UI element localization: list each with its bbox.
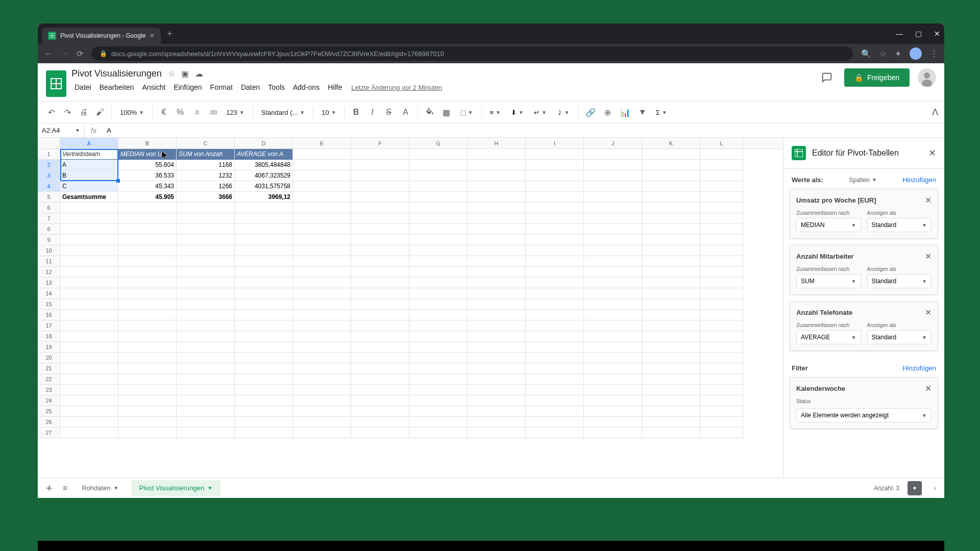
cell[interactable]	[409, 181, 468, 192]
cell[interactable]	[700, 224, 743, 235]
cell[interactable]	[351, 170, 409, 181]
back-icon[interactable]: ←	[44, 49, 52, 59]
cell[interactable]	[700, 213, 743, 224]
cell[interactable]	[235, 288, 293, 299]
cell[interactable]	[700, 192, 743, 203]
cell[interactable]	[118, 385, 177, 395]
cell[interactable]	[293, 267, 351, 278]
cell[interactable]	[526, 170, 584, 181]
fill-color-icon[interactable]	[422, 105, 437, 119]
cell[interactable]	[60, 310, 118, 320]
sheets-logo[interactable]	[46, 70, 66, 97]
col-header-j[interactable]: J	[584, 138, 642, 148]
cell[interactable]	[642, 181, 700, 192]
summarize-select[interactable]: AVERAGE▼	[796, 330, 861, 344]
cell[interactable]	[60, 267, 118, 278]
cell[interactable]	[293, 299, 351, 310]
cell[interactable]	[118, 224, 177, 235]
cell[interactable]	[584, 170, 642, 181]
cell[interactable]	[409, 160, 468, 170]
cell[interactable]	[584, 181, 642, 192]
bold-icon[interactable]: B	[349, 105, 363, 119]
cell[interactable]	[526, 385, 584, 395]
cell[interactable]	[118, 310, 177, 320]
row-header[interactable]: 23	[38, 385, 60, 395]
share-button[interactable]: 🔒 Freigeben	[844, 68, 910, 87]
cell[interactable]	[526, 213, 584, 224]
cell[interactable]	[293, 353, 351, 363]
cell[interactable]	[584, 192, 642, 203]
increase-decimal-icon[interactable]: .00	[206, 105, 220, 119]
cell[interactable]	[526, 235, 584, 245]
cell[interactable]	[60, 213, 118, 224]
cell[interactable]	[409, 288, 468, 299]
cell[interactable]	[642, 428, 700, 438]
row-header[interactable]: 25	[38, 406, 60, 417]
cell[interactable]	[700, 278, 743, 288]
cell[interactable]	[351, 395, 409, 406]
cell[interactable]	[700, 256, 743, 267]
cell[interactable]	[235, 320, 293, 331]
cell[interactable]	[584, 213, 642, 224]
add-filter-link[interactable]: Hinzufügen	[902, 364, 936, 372]
cell[interactable]	[351, 288, 409, 299]
doc-title[interactable]: Pivot Visualisierungen	[71, 68, 162, 79]
decrease-decimal-icon[interactable]: .0	[189, 105, 204, 119]
new-tab-button[interactable]: +	[167, 29, 173, 39]
cell[interactable]	[60, 278, 118, 288]
cell[interactable]: 45.343	[118, 181, 177, 192]
cell[interactable]	[118, 363, 177, 374]
summarize-select[interactable]: MEDIAN▼	[796, 218, 861, 232]
row-header[interactable]: 6	[38, 203, 60, 213]
cell[interactable]	[468, 417, 526, 428]
row-header[interactable]: 13	[38, 278, 60, 288]
filter-status-select[interactable]: Alle Elemente werden angezeigt ▼	[796, 408, 932, 422]
cell[interactable]	[293, 192, 351, 203]
cell[interactable]	[235, 203, 293, 213]
cell[interactable]	[584, 428, 642, 438]
cell[interactable]	[177, 310, 235, 320]
cell[interactable]	[526, 331, 584, 342]
link-icon[interactable]: 🔗	[582, 105, 599, 119]
summarize-select[interactable]: SUM▼	[796, 274, 861, 288]
cell[interactable]	[177, 374, 235, 385]
cell[interactable]	[235, 342, 293, 353]
cell[interactable]	[177, 428, 235, 438]
cell[interactable]	[584, 288, 642, 299]
cell[interactable]	[177, 406, 235, 417]
cell[interactable]	[700, 320, 743, 331]
cell[interactable]	[700, 203, 743, 213]
cell[interactable]	[177, 256, 235, 267]
col-header-h[interactable]: H	[468, 138, 526, 148]
cell[interactable]	[409, 395, 468, 406]
row-header[interactable]: 1	[38, 149, 60, 160]
col-header-k[interactable]: K	[642, 138, 700, 148]
comment-icon[interactable]: ⊕	[601, 105, 615, 119]
cell[interactable]	[642, 310, 700, 320]
cell[interactable]	[235, 267, 293, 278]
cell[interactable]	[526, 406, 584, 417]
cell[interactable]	[60, 342, 118, 353]
cell[interactable]	[642, 374, 700, 385]
paint-format-icon[interactable]: 🖌	[93, 105, 107, 119]
cell[interactable]	[118, 428, 177, 438]
explore-button[interactable]: ✦	[908, 481, 922, 495]
cell[interactable]: 1232	[177, 170, 235, 181]
cell[interactable]	[526, 267, 584, 278]
cell[interactable]	[642, 417, 700, 428]
cell[interactable]	[235, 353, 293, 363]
cell[interactable]	[468, 235, 526, 245]
cell[interactable]	[700, 374, 743, 385]
cell[interactable]	[235, 310, 293, 320]
menu-dots-icon[interactable]: ⋮	[930, 49, 938, 59]
cell[interactable]	[642, 245, 700, 256]
cell[interactable]: SUM von Anzah	[177, 149, 235, 160]
cell[interactable]	[468, 278, 526, 288]
minimize-icon[interactable]: —	[896, 30, 903, 38]
cell[interactable]	[60, 353, 118, 363]
cell[interactable]	[642, 363, 700, 374]
cell[interactable]	[293, 203, 351, 213]
cell[interactable]	[700, 395, 743, 406]
cell[interactable]	[118, 299, 177, 310]
select-all-corner[interactable]	[38, 138, 60, 148]
